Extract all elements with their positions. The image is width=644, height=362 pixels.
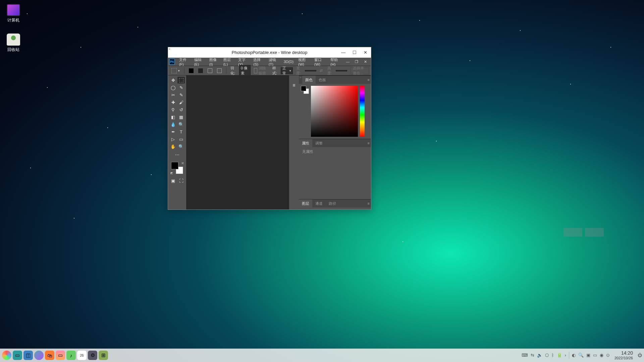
tab-layers[interactable]: 图层 xyxy=(299,199,312,207)
selection-new-button[interactable] xyxy=(187,67,195,74)
pen-tool[interactable]: ✒ xyxy=(169,128,177,135)
menu-window[interactable]: 窗口(W) xyxy=(312,58,328,66)
tray-bluetooth-icon[interactable]: ᛒ xyxy=(551,353,554,358)
tray-battery-icon[interactable]: 🔋 xyxy=(557,353,562,358)
history-panel-icon[interactable]: ≣ xyxy=(290,81,298,89)
screenmode-button[interactable]: ⛶ xyxy=(177,177,185,184)
music-icon[interactable]: ♪ xyxy=(66,351,76,360)
tray-record-icon[interactable]: ◉ xyxy=(600,353,603,358)
desktop-trash-icon[interactable]: 回收站 xyxy=(3,34,23,53)
menu-view[interactable]: 视图(W) xyxy=(296,58,312,66)
crop-tool[interactable]: ✂ xyxy=(169,92,177,98)
tray-expand-icon[interactable]: › xyxy=(565,353,566,358)
swap-colors-icon[interactable]: ⤭ xyxy=(181,161,184,165)
color-swatch[interactable]: ⤭ ◩ xyxy=(171,162,183,174)
tab-adjustments[interactable]: 调整 xyxy=(312,139,326,147)
app-close-button[interactable]: ✕ xyxy=(361,58,370,65)
tray-keyboard-icon[interactable]: ⌨ xyxy=(522,353,528,358)
refine-edge-button: 选择并遮住... xyxy=(351,67,369,74)
trash-icon xyxy=(7,34,20,46)
menu-image[interactable]: 图像(I) xyxy=(207,58,221,66)
color-mini-swatch[interactable] xyxy=(301,86,309,94)
tray-power-icon[interactable]: ⏻ xyxy=(638,353,642,358)
type-tool[interactable]: T xyxy=(177,128,185,135)
shape-tool[interactable]: ▭ xyxy=(177,136,185,142)
window-close-button[interactable]: ✕ xyxy=(360,47,371,58)
tray-search-icon[interactable]: 🔍 xyxy=(578,353,584,358)
window-minimize-button[interactable]: — xyxy=(338,47,349,58)
selection-add-button[interactable] xyxy=(197,67,204,74)
appstore-icon[interactable]: 🛍 xyxy=(45,351,54,360)
hand-tool[interactable]: ✋ xyxy=(169,143,177,150)
menu-filter[interactable]: 滤镜(T) xyxy=(266,58,281,66)
selection-subtract-button[interactable] xyxy=(206,67,214,74)
settings-icon[interactable]: ⚙ xyxy=(88,351,97,360)
tray-clipboard-icon[interactable]: ▭ xyxy=(593,353,597,358)
menu-layer[interactable]: 图层(L) xyxy=(221,58,236,66)
path-select-tool[interactable]: ▷ xyxy=(169,136,177,142)
calendar-icon[interactable]: 26 xyxy=(77,351,87,360)
quick-select-tool[interactable]: ✎ xyxy=(177,84,185,91)
marquee-tool[interactable] xyxy=(177,77,185,83)
app-restore-button[interactable]: ❐ xyxy=(352,58,361,65)
tab-properties[interactable]: 属性 xyxy=(299,139,312,147)
style-dropdown[interactable]: 正常▾ xyxy=(281,67,292,74)
launcher-button[interactable] xyxy=(2,351,11,360)
show-desktop-button[interactable]: ▭ xyxy=(13,351,22,360)
taskview-button[interactable]: ◫ xyxy=(23,351,33,360)
window-maximize-button[interactable]: ☐ xyxy=(349,47,360,58)
files-icon[interactable]: ▭ xyxy=(56,351,65,360)
properties-panel: 属性 调整 ≡ 无属性 xyxy=(299,139,371,199)
menu-edit[interactable]: 编辑(E) xyxy=(192,58,207,66)
menu-file[interactable]: 文件(F) xyxy=(177,58,192,66)
panel-menu-icon[interactable]: ≡ xyxy=(368,201,370,205)
selection-intersect-button[interactable] xyxy=(216,67,223,74)
tab-color[interactable]: 颜色 xyxy=(302,76,316,84)
panel-collapse-icon[interactable]: » xyxy=(300,76,301,79)
canvas-area[interactable] xyxy=(186,75,289,209)
menu-help[interactable]: 帮助(H) xyxy=(328,58,343,66)
watermark xyxy=(564,228,604,237)
quickmask-button[interactable]: ▣ xyxy=(169,177,177,184)
more-tools-button[interactable]: ⋯ xyxy=(173,151,181,158)
feather-input[interactable]: 0 像素 xyxy=(239,65,251,76)
taskbar-clock[interactable]: 14:20 2022/10/26 xyxy=(614,351,633,360)
default-colors-icon[interactable]: ◩ xyxy=(170,172,173,175)
desktop-computer-icon[interactable]: 计算机 xyxy=(3,4,23,23)
tray-screenshot-icon[interactable]: ▣ xyxy=(586,353,590,358)
tray-notification-icon[interactable]: ⊙ xyxy=(606,353,610,358)
menu-select[interactable]: 选择(S) xyxy=(251,58,266,66)
titlebar[interactable]: PhotoshopPortable.exe - Wine desktop — ☐… xyxy=(168,47,371,58)
healing-tool[interactable]: ✚ xyxy=(169,99,177,106)
blur-tool[interactable]: 💧 xyxy=(169,121,177,128)
history-brush-tool[interactable]: ↺ xyxy=(177,106,185,113)
zoom-tool[interactable]: 🔍 xyxy=(177,143,185,150)
eraser-tool[interactable]: ◧ xyxy=(169,114,177,120)
panel-menu-icon[interactable]: ≡ xyxy=(368,78,370,82)
tray-sync-icon[interactable]: ⇆ xyxy=(531,353,534,358)
tab-swatches[interactable]: 色板 xyxy=(316,76,329,84)
move-tool[interactable]: ✥ xyxy=(169,77,177,83)
gradient-tool[interactable]: ▦ xyxy=(177,114,185,120)
app-minimize-button[interactable]: — xyxy=(343,58,352,65)
ps-logo-icon: Ps xyxy=(169,59,175,65)
tool-preset-button[interactable]: ▾ xyxy=(170,67,181,74)
apps-grid-icon[interactable]: ⊞ xyxy=(99,351,108,360)
foreground-color[interactable] xyxy=(171,162,178,169)
width-input xyxy=(305,70,316,71)
hue-slider[interactable] xyxy=(360,86,365,137)
stamp-tool[interactable]: ⚲ xyxy=(169,106,177,113)
tab-channels[interactable]: 通道 xyxy=(312,199,326,207)
tray-shield-icon[interactable]: ◐ xyxy=(572,353,576,358)
color-field-picker[interactable] xyxy=(311,86,358,137)
panel-menu-icon[interactable]: ≡ xyxy=(368,141,370,145)
brush-tool[interactable]: 🖌 xyxy=(177,99,185,106)
eyedropper-tool[interactable]: ✎ xyxy=(177,92,185,98)
tab-paths[interactable]: 路径 xyxy=(326,199,339,207)
tray-wifi-icon[interactable]: ⬡ xyxy=(545,353,549,358)
browser-icon[interactable] xyxy=(34,351,44,360)
tray-volume-icon[interactable]: 🔈 xyxy=(537,353,542,358)
lasso-tool[interactable]: ◯ xyxy=(169,84,177,91)
dodge-tool[interactable]: 🔍 xyxy=(177,121,185,128)
menu-3d[interactable]: 3D(D) xyxy=(281,58,296,66)
